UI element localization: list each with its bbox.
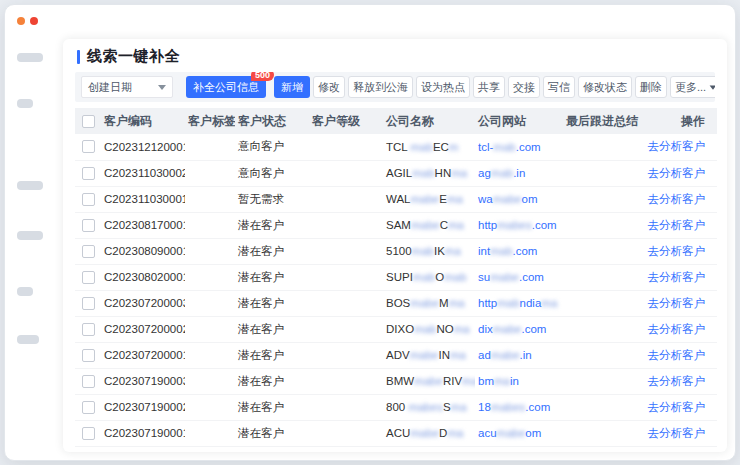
cell-customer-tag <box>185 368 235 394</box>
cell-action: 去分析客户 <box>643 394 717 420</box>
cell-company-website[interactable]: httpmabndiama <box>475 290 563 316</box>
row-checkbox[interactable] <box>82 140 95 153</box>
complete-company-info-button[interactable]: 补全公司信息 500 <box>186 76 266 98</box>
select-all-checkbox[interactable] <box>82 115 95 128</box>
analyze-customer-link[interactable]: 去分析客户 <box>648 167 706 179</box>
cell-customer-code: C202307190001 <box>101 420 185 446</box>
toolbar-action-button[interactable]: 修改 <box>313 76 345 98</box>
cell-customer-status: 潜在客户 <box>235 212 309 238</box>
sidebar-skeleton-item <box>17 181 43 190</box>
cell-action: 去分析客户 <box>643 160 717 186</box>
cell-customer-tag <box>185 212 235 238</box>
cell-followup-summary <box>563 394 643 420</box>
row-checkbox[interactable] <box>82 271 95 284</box>
visible-text: NO <box>437 323 454 335</box>
row-checkbox[interactable] <box>82 401 95 414</box>
table-row: C202307200003 潜在客户 BOSmabeMma httpmabndi… <box>75 290 717 316</box>
add-button[interactable]: 新增 <box>274 76 310 98</box>
cell-company-website[interactable]: httpmabes.com <box>475 212 563 238</box>
cell-company-name: BMWmabeRIVma <box>383 368 475 394</box>
row-select-cell <box>75 238 101 264</box>
cell-customer-code: C202308090001 <box>101 238 185 264</box>
main-panel: 线索一键补全 创建日期 补全公司信息 500 新增 修改释放到公海设为热点共享交… <box>63 39 727 452</box>
toolbar-action-button[interactable]: 共享 <box>473 76 505 98</box>
cell-company-website[interactable]: bmmain <box>475 368 563 394</box>
analyze-customer-link[interactable]: 去分析客户 <box>648 375 706 387</box>
visible-text: E <box>439 193 447 205</box>
analyze-customer-link[interactable]: 去分析客户 <box>648 349 706 361</box>
row-select-cell <box>75 342 101 368</box>
row-select-cell <box>75 134 101 160</box>
row-checkbox[interactable] <box>82 349 95 362</box>
toolbar-action-button[interactable]: 交接 <box>508 76 540 98</box>
cell-customer-status: 暂无需求 <box>235 186 309 212</box>
cell-customer-status: 潜在客户 <box>235 264 309 290</box>
sidebar-skeleton-item <box>17 335 39 344</box>
analyze-customer-link[interactable]: 去分析客户 <box>648 323 706 335</box>
visible-text: om <box>525 427 541 439</box>
cell-company-website[interactable]: agmab.in <box>475 160 563 186</box>
analyze-customer-link[interactable]: 去分析客户 <box>648 219 706 231</box>
row-checkbox[interactable] <box>82 375 95 388</box>
toolbar-action-button[interactable]: 修改状态 <box>578 76 632 98</box>
redacted-text: ma <box>451 167 467 179</box>
row-checkbox[interactable] <box>82 193 95 206</box>
table-row: C202311030002 意向客户 AGILmabHNma agmab.in … <box>75 160 717 186</box>
cell-company-name: 5100mabIKma <box>383 238 475 264</box>
redacted-text: mabe <box>490 271 519 283</box>
row-checkbox[interactable] <box>82 245 95 258</box>
window-minimize-dot[interactable] <box>17 17 25 25</box>
redacted-text: ma <box>449 297 465 309</box>
chevron-down-icon <box>158 85 166 90</box>
redacted-text: ma <box>454 323 470 335</box>
visible-text: RIV <box>443 375 462 387</box>
complete-company-info-label: 补全公司信息 <box>193 80 259 95</box>
row-checkbox[interactable] <box>82 297 95 310</box>
sidebar-skeleton-item <box>17 287 33 296</box>
cell-company-website[interactable]: 18mabes.com <box>475 394 563 420</box>
cell-company-website[interactable]: intmab.com <box>475 238 563 264</box>
cell-customer-tag <box>185 160 235 186</box>
window-close-dot[interactable] <box>30 17 38 25</box>
cell-customer-code: C202307190003 <box>101 368 185 394</box>
cell-company-website[interactable]: sumabe.com <box>475 264 563 290</box>
toolbar-action-button[interactable]: 释放到公海 <box>348 76 413 98</box>
row-checkbox[interactable] <box>82 323 95 336</box>
redacted-text: mabe <box>491 349 520 361</box>
toolbar-action-button[interactable]: 设为热点 <box>416 76 470 98</box>
cell-action: 去分析客户 <box>643 264 717 290</box>
cell-followup-summary <box>563 264 643 290</box>
row-checkbox[interactable] <box>82 167 95 180</box>
analyze-customer-link[interactable]: 去分析客户 <box>648 271 706 283</box>
toolbar-action-button[interactable]: 写信 <box>543 76 575 98</box>
date-filter-select[interactable]: 创建日期 <box>81 76 173 98</box>
cell-company-website[interactable]: tcl-mab.com <box>475 134 563 160</box>
cell-company-website[interactable]: acumabeom <box>475 420 563 446</box>
analyze-customer-link[interactable]: 去分析客户 <box>648 297 706 309</box>
analyze-customer-link[interactable]: 去分析客户 <box>648 401 706 413</box>
cell-customer-status: 潜在客户 <box>235 290 309 316</box>
cell-company-website[interactable]: wamabeom <box>475 186 563 212</box>
table-row: C202308020001 潜在客户 SUPImabOmab sumabe.co… <box>75 264 717 290</box>
row-checkbox[interactable] <box>82 427 95 440</box>
cell-customer-status: 意向客户 <box>235 134 309 160</box>
cell-company-website[interactable]: admabe.in <box>475 342 563 368</box>
analyze-customer-link[interactable]: 去分析客户 <box>648 193 706 205</box>
cell-customer-code: C202307200002 <box>101 316 185 342</box>
visible-text: 18 <box>478 401 491 413</box>
cell-company-website[interactable]: dixmabe.com <box>475 316 563 342</box>
cell-action: 去分析客户 <box>643 134 717 160</box>
row-checkbox[interactable] <box>82 219 95 232</box>
cell-customer-tag <box>185 394 235 420</box>
analyze-customer-link[interactable]: 去分析客户 <box>648 245 706 257</box>
toolbar-action-button[interactable]: 删除 <box>635 76 667 98</box>
cell-followup-summary <box>563 420 643 446</box>
analyze-customer-link[interactable]: 去分析客户 <box>648 140 706 152</box>
cell-customer-tag <box>185 186 235 212</box>
cell-company-name: SUPImabOmab <box>383 264 475 290</box>
more-button[interactable]: 更多... <box>670 76 715 98</box>
analyze-customer-link[interactable]: 去分析客户 <box>648 427 706 439</box>
visible-text: 800 <box>386 401 408 413</box>
cell-customer-level <box>309 134 383 160</box>
cell-customer-level <box>309 368 383 394</box>
